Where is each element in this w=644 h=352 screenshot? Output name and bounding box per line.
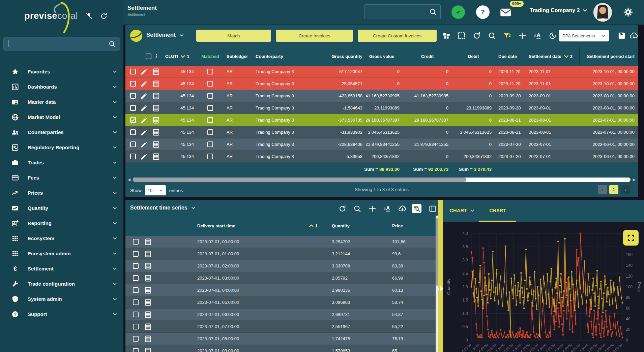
sidebar-item-master-data[interactable]: Master data (0, 94, 123, 109)
sidebar-item-counterparties[interactable]: Counterparties (0, 125, 123, 140)
row-checkbox[interactable] (130, 129, 136, 135)
sidebar-item-fees[interactable]: Fees (0, 170, 123, 185)
column-header-gross_quantity[interactable]: Gross quantity (312, 47, 366, 66)
details-icon[interactable] (152, 116, 160, 124)
table-row[interactable]: 45 134ARTrading Company 3-373,53073529 1… (125, 114, 638, 126)
details-icon[interactable] (144, 262, 152, 270)
settlement-chart[interactable]: 00.51.01.52.02.53.03.54.0020406080100120… (443, 222, 644, 352)
matched-checkbox[interactable] (207, 154, 213, 159)
header-select-all[interactable]: i (125, 47, 162, 66)
matched-checkbox[interactable] (207, 105, 213, 111)
details-icon[interactable] (152, 104, 160, 112)
scroll-right-arrow[interactable]: ▶ (631, 178, 638, 182)
sidebar-item-trade-configuration[interactable]: Trade configuration (0, 276, 123, 291)
row-checkbox[interactable] (133, 239, 139, 245)
column-header-gross_value[interactable]: Gross value (366, 47, 403, 66)
column-header-subledger[interactable]: Subledger (223, 47, 252, 66)
sidebar-item-system-admin[interactable]: System admin (0, 291, 123, 307)
scrollbar-thumb[interactable] (133, 178, 466, 182)
row-checkbox[interactable] (133, 275, 139, 281)
row-checkbox[interactable] (130, 141, 136, 147)
row-checkbox[interactable] (133, 299, 139, 305)
row-checkbox[interactable] (133, 263, 139, 269)
table-row[interactable]: 45 134ARTrading Company 3-5,33958200,843… (125, 151, 638, 163)
table-row[interactable]: 45 134ARTrading Company 3-1,58464323,119… (125, 102, 638, 114)
edit-pencil-icon[interactable] (140, 140, 148, 149)
scroll-left-arrow[interactable]: ◀ (125, 178, 133, 182)
chart-fullscreen-button[interactable] (623, 230, 639, 246)
sort-indicator[interactable]: 1 (180, 54, 189, 59)
row-checkbox[interactable] (130, 117, 136, 123)
matched-checkbox[interactable] (207, 93, 213, 99)
save-icon[interactable] (617, 31, 626, 40)
row-checkbox[interactable] (133, 287, 139, 293)
table-row[interactable]: 45 134ARTrading Company 3-228,63840621 8… (125, 138, 638, 151)
details-icon[interactable] (144, 298, 152, 307)
column-header-matched[interactable]: Matched (197, 47, 223, 66)
timeseries-row[interactable]: 2023-07-01, 05:00:003,09696353,74 (125, 296, 438, 309)
column-header-settlement_date[interactable]: Settlement date2 (525, 47, 579, 66)
refresh-icon[interactable] (472, 31, 481, 40)
panel-resize-divider[interactable] (438, 200, 443, 352)
grid-title-dropdown[interactable]: Settlement (146, 32, 184, 38)
sidebar-item-regulatory-reporting[interactable]: Regulatory Reporting (0, 140, 123, 155)
table-row[interactable]: 45 134ARTrading Company 3-517,1200470002… (125, 66, 638, 78)
ts-column-header-quantity[interactable]: Quantity (321, 216, 372, 236)
vertical-scrollbar[interactable] (436, 216, 438, 352)
timeseries-row[interactable]: 2023-07-01, 01:00:003,21214499,6 (125, 248, 438, 260)
details-icon[interactable] (144, 335, 152, 343)
column-header-due_date[interactable]: Due date (495, 47, 525, 66)
column-header-period_start[interactable]: Settlement period start (579, 47, 638, 66)
sidebar-item-reporting[interactable]: Reporting (0, 216, 123, 231)
marquee-select-icon[interactable] (457, 31, 466, 40)
view-select-dropdown[interactable]: PPA Settlements (559, 30, 609, 41)
row-checkbox[interactable] (133, 324, 139, 329)
column-header-cluti[interactable]: CLUTI1 (162, 47, 197, 66)
create-invoices-button[interactable]: Create Invoices (276, 30, 353, 42)
ts-column-header-time[interactable]: Delivery start time1 (193, 216, 321, 236)
filter-clear-icon[interactable] (502, 31, 512, 40)
sidebar-item-prices[interactable]: Prices (0, 185, 123, 200)
search-icon[interactable] (352, 204, 362, 213)
sidebar-item-quantity[interactable]: Quantity (0, 200, 123, 216)
matched-checkbox[interactable] (207, 81, 213, 87)
prev-page-button[interactable]: ‹ (598, 185, 607, 194)
timeseries-title-dropdown[interactable]: Settlement time series (130, 205, 196, 211)
sidebar-item-dashboards[interactable]: Dashboards (0, 79, 123, 94)
row-checkbox[interactable] (130, 93, 136, 99)
global-search-input[interactable] (364, 4, 441, 19)
ts-column-header-price[interactable]: Price (372, 216, 438, 236)
details-icon[interactable] (144, 311, 152, 319)
create-custom-invoices-button[interactable]: Create Custom Invoices (358, 30, 437, 42)
sort-indicator[interactable]: 1 (309, 223, 318, 229)
search-icon[interactable] (487, 31, 497, 40)
details-icon[interactable] (152, 80, 160, 88)
scrollbar-thumb[interactable] (436, 218, 438, 286)
cloud-download-icon[interactable] (629, 31, 639, 40)
timeseries-row[interactable]: 2023-07-01, 02:00:003,33070883,38 (125, 260, 438, 272)
details-icon[interactable] (152, 92, 160, 100)
sidebar-item-settlement[interactable]: €Settlement (0, 261, 123, 276)
table-row[interactable]: 45 134ARTrading Company 3-31,9339023 046… (125, 126, 638, 138)
row-checkbox[interactable] (130, 69, 136, 74)
details-icon[interactable] (152, 153, 160, 161)
row-checkbox[interactable] (133, 251, 139, 257)
timeseries-row[interactable]: 2023-07-01, 04:00:002,98023660,13 (125, 284, 438, 296)
edit-pencil-icon[interactable] (140, 68, 148, 76)
details-icon[interactable] (152, 140, 160, 149)
timeseries-row[interactable]: 2023-07-01, 08:00:001,74247576,19 (125, 333, 438, 345)
sidebar-item-ecosystem[interactable]: Ecosystem (0, 231, 123, 246)
sidebar-item-favorites[interactable]: Favorites (0, 64, 123, 79)
edit-pencil-icon[interactable] (140, 128, 148, 136)
timeseries-row[interactable]: 2023-07-01, 00:00:003,294702101,66 (125, 236, 438, 248)
row-checkbox[interactable] (133, 348, 139, 352)
chart-type-dropdown[interactable]: CHART (449, 207, 475, 213)
table-search-icon[interactable] (412, 204, 421, 213)
details-icon[interactable] (152, 68, 160, 76)
refresh-icon[interactable] (338, 204, 347, 213)
row-checkbox[interactable] (133, 336, 139, 342)
next-page-button[interactable]: › (621, 185, 630, 194)
details-icon[interactable] (152, 128, 160, 136)
chart-tab[interactable]: CHART (479, 200, 516, 222)
edit-pencil-icon[interactable] (140, 116, 148, 124)
